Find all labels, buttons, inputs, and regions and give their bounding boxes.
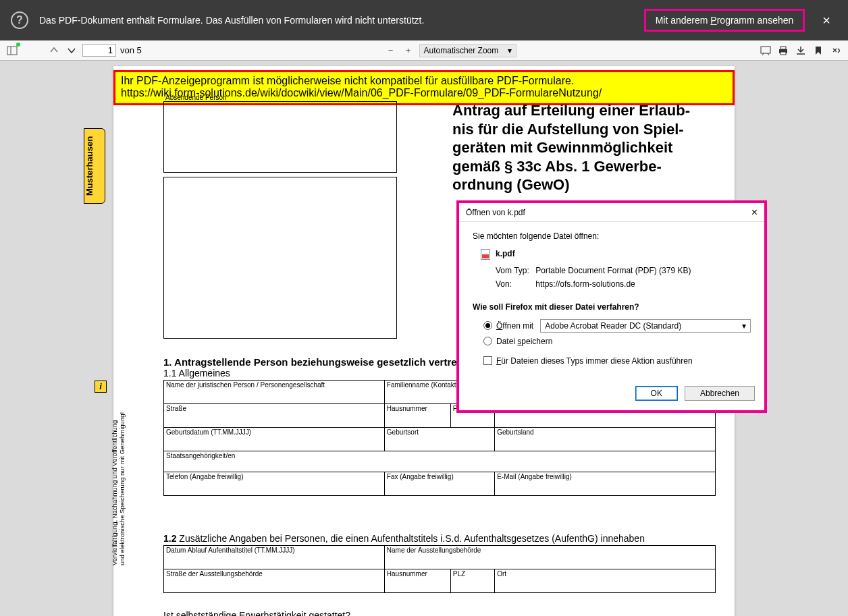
copyright-vertical-text: Vervielfältigung, Nachahmung und Veröffe…	[111, 412, 126, 565]
radio-icon	[483, 321, 492, 330]
residence-table[interactable]: Datum Ablauf Aufenthaltstitel (TT.MM.JJJ…	[163, 545, 716, 593]
bookmark-icon[interactable]	[812, 44, 825, 57]
address-field[interactable]	[163, 177, 397, 339]
checkbox-icon	[483, 356, 492, 365]
file-row: k.pdf	[473, 249, 751, 260]
zoom-out-icon[interactable]: −	[384, 44, 398, 57]
dialog-close-icon[interactable]: ×	[751, 206, 758, 219]
pdf-form-warning-bar: ? Das PDF-Dokument enthält Formulare. Da…	[0, 0, 848, 40]
sidebar-toggle-icon[interactable]	[5, 44, 19, 57]
warning-message: Das PDF-Dokument enthält Formulare. Das …	[39, 15, 633, 26]
page-down-icon[interactable]	[65, 44, 78, 57]
zoom-in-icon[interactable]: +	[402, 44, 415, 57]
dialog-intro: Sie möchten folgende Datei öffnen:	[473, 231, 751, 241]
presentation-icon[interactable]	[759, 44, 772, 57]
tools-icon[interactable]	[829, 44, 843, 57]
pdf-file-icon	[481, 249, 490, 260]
musterhausen-tab[interactable]: Musterhausen	[84, 128, 105, 204]
sender-field[interactable]: Absendende Person	[163, 101, 397, 173]
cancel-button[interactable]: Abbrechen	[685, 386, 755, 401]
file-meta: Vom Typ: Portable Document Format (PDF) …	[473, 264, 751, 291]
close-icon[interactable]: ×	[816, 13, 837, 28]
pdf-toolbar: von 5 − + Automatischer Zoom	[0, 40, 848, 61]
remember-choice-checkbox[interactable]: Für Dateien dieses Typs immer diese Akti…	[473, 348, 751, 368]
section-self-employed: Ist selbstständige Erwerbstätigkeit gest…	[163, 610, 716, 616]
help-icon: ?	[11, 11, 28, 29]
page-number-input[interactable]	[82, 44, 116, 57]
page-up-icon[interactable]	[47, 44, 61, 57]
open-file-dialog: Öffnen von k.pdf × Sie möchten folgende …	[456, 200, 767, 413]
download-icon[interactable]	[794, 44, 807, 57]
info-icon[interactable]: i	[95, 381, 107, 393]
open-with-other-program-button[interactable]: Mit anderem Programm ansehen	[644, 9, 805, 32]
svg-rect-7	[780, 52, 786, 55]
save-file-radio[interactable]: Datei speichern	[473, 335, 751, 348]
section-1-2: 1.2 1.2 Zusätzliche Angaben bei Personen…	[163, 533, 716, 593]
page-total-label: von 5	[120, 45, 142, 55]
svg-rect-6	[780, 47, 786, 49]
svg-rect-2	[761, 47, 770, 53]
dialog-question: Wie soll Firefox mit dieser Datei verfah…	[473, 302, 751, 312]
radio-icon	[483, 337, 492, 345]
svg-rect-0	[7, 47, 17, 55]
application-select[interactable]: Adobe Acrobat Reader DC (Standard)▾	[540, 319, 751, 333]
ok-button[interactable]: OK	[635, 386, 678, 401]
dialog-titlebar: Öffnen von k.pdf ×	[459, 203, 764, 222]
zoom-select[interactable]: Automatischer Zoom	[419, 44, 517, 57]
open-with-radio[interactable]: Öffnen mit Adobe Acrobat Reader DC (Stan…	[473, 317, 751, 335]
file-name: k.pdf	[496, 249, 515, 258]
form-title: Antrag auf Erteilung einer Erlaub- nis f…	[452, 101, 716, 194]
print-icon[interactable]	[776, 44, 790, 57]
